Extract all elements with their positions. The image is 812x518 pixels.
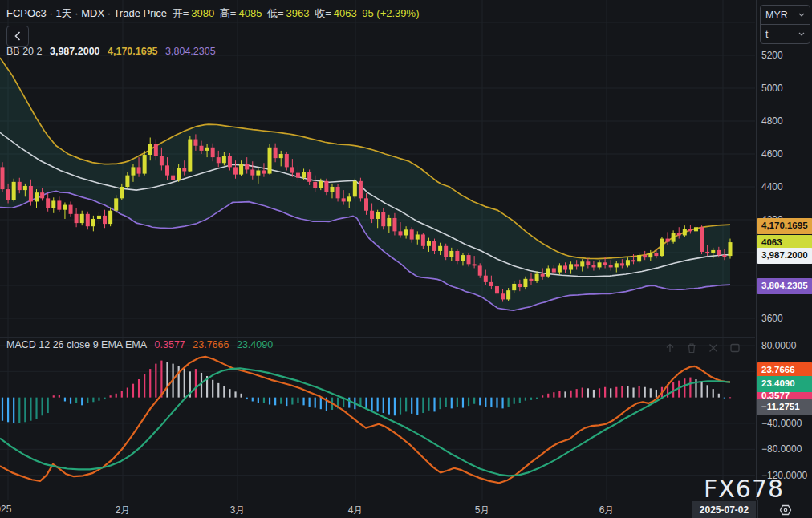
- candle-body: [12, 182, 16, 200]
- macd-histogram-bar: [320, 398, 322, 410]
- candle-body: [336, 187, 340, 198]
- month-tick-label: 6月: [599, 504, 615, 517]
- back-button[interactable]: [6, 26, 29, 47]
- collapse-pane-icon[interactable]: [708, 342, 719, 354]
- candle-body: [262, 171, 266, 174]
- bb-lower-value: 3,804.2305: [165, 46, 216, 57]
- candle-body: [69, 205, 73, 214]
- macd-histogram-bar: [462, 398, 464, 408]
- macd-histogram-bar: [632, 388, 634, 398]
- delete-pane-icon[interactable]: [686, 342, 697, 354]
- macd-histogram-bar: [713, 389, 714, 398]
- macd-histogram-bar: [536, 398, 538, 399]
- macd-histogram-bar: [35, 398, 37, 419]
- macd-tick-label: 80.0000: [761, 340, 796, 351]
- candle-body: [35, 192, 39, 201]
- macd-histogram-bar: [160, 361, 162, 398]
- candle-body: [97, 216, 101, 219]
- macd-histogram-bar: [42, 398, 43, 416]
- candle-body: [546, 268, 550, 276]
- candle-body: [376, 212, 380, 219]
- candle-body: [495, 286, 499, 293]
- candle-body: [461, 255, 465, 261]
- macd-hist-value: 0.3577: [155, 339, 185, 350]
- price-axis-value-label: 3,804.2305: [757, 278, 812, 294]
- macd-histogram-bar: [496, 398, 497, 408]
- candle-body: [86, 214, 90, 226]
- candle-body: [137, 167, 141, 173]
- candle-body: [245, 164, 249, 169]
- open-value: 3980: [191, 7, 214, 19]
- macd-signal-line: [0, 368, 730, 476]
- scale-corner-cell[interactable]: [757, 500, 812, 518]
- macd-histogram-bar: [564, 391, 566, 397]
- macd-histogram-bar: [508, 398, 510, 407]
- macd-histogram-bar: [280, 398, 282, 404]
- candle-body: [193, 140, 197, 146]
- low-label: 低=: [267, 7, 284, 19]
- macd-histogram-bar: [582, 388, 583, 398]
- macd-histogram-bar: [416, 398, 418, 415]
- macd-histogram-bar: [110, 395, 112, 397]
- currency-dropdown[interactable]: MYR: [761, 6, 810, 24]
- macd-histogram-bar: [700, 382, 702, 397]
- candle-body: [512, 284, 516, 290]
- candle-body: [165, 165, 169, 175]
- chart-plot-area[interactable]: [0, 0, 755, 500]
- high-label: 高=: [220, 7, 237, 19]
- bb-indicator-legend[interactable]: BB 20 2 3,987.2000 4,170.1695 3,804.2305: [6, 46, 221, 57]
- macd-indicator-legend[interactable]: MACD 12 26 close 9 EMA EMA 0.3577 23.766…: [6, 339, 278, 350]
- candle-body: [444, 246, 448, 257]
- crosshair-date-label: 2025-07-02: [692, 501, 756, 518]
- candle-body: [563, 265, 567, 269]
- macd-histogram-bar: [116, 394, 117, 398]
- candle-body: [410, 229, 414, 239]
- candle-body: [637, 255, 641, 261]
- macd-histogram-bar: [615, 387, 617, 398]
- macd-histogram-bar: [547, 394, 549, 398]
- macd-histogram-bar: [656, 390, 657, 398]
- move-pane-up-icon[interactable]: [664, 342, 676, 354]
- macd-histogram-bar: [166, 362, 168, 397]
- candle-body: [57, 200, 61, 209]
- candle-body: [392, 218, 396, 231]
- candle-body: [154, 144, 158, 156]
- macd-histogram-bar: [553, 392, 554, 397]
- candle-body: [131, 167, 135, 175]
- macd-histogram-bar: [258, 398, 259, 403]
- maximize-pane-icon[interactable]: [729, 342, 741, 354]
- macd-histogram-bar: [144, 374, 145, 398]
- macd-histogram-bar: [451, 398, 453, 409]
- candle-body: [432, 241, 436, 251]
- candle-body: [722, 255, 726, 257]
- macd-histogram-bar: [241, 394, 242, 398]
- macd-histogram-bar: [610, 388, 611, 397]
- settings-hexagon-icon: [779, 504, 792, 516]
- macd-histogram-bar: [371, 398, 372, 411]
- chevron-down-icon: [798, 13, 805, 17]
- macd-histogram-bar: [47, 398, 49, 413]
- macd-histogram-bar: [195, 369, 197, 398]
- candle-body: [330, 187, 334, 192]
- macd-histogram-bar: [184, 368, 185, 397]
- macd-histogram-bar: [490, 398, 492, 407]
- candle-body: [228, 156, 232, 167]
- candle-body: [75, 214, 79, 223]
- macd-histogram-bar: [433, 398, 435, 412]
- macd-histogram-bar: [30, 398, 31, 421]
- candle-body: [250, 169, 254, 175]
- macd-histogram-bar: [468, 398, 469, 407]
- time-scale[interactable]: 7月6月5月4月3月2月2025 2025-07-02: [0, 500, 812, 518]
- macd-histogram-bar: [707, 385, 708, 397]
- candle-body: [626, 260, 630, 265]
- candle-body: [217, 157, 221, 163]
- candle-body: [91, 219, 95, 226]
- price-scale[interactable]: 52005000480046004400420040003800360080.0…: [756, 0, 812, 500]
- macd-histogram-bar: [13, 398, 14, 423]
- candle-body: [290, 167, 294, 172]
- unit-dropdown[interactable]: t: [761, 24, 810, 43]
- price-tick-label: 3600: [761, 313, 783, 324]
- macd-histogram-bar: [252, 398, 254, 402]
- candle-body: [416, 234, 420, 239]
- bb-basis-value: 3,987.2000: [50, 46, 100, 57]
